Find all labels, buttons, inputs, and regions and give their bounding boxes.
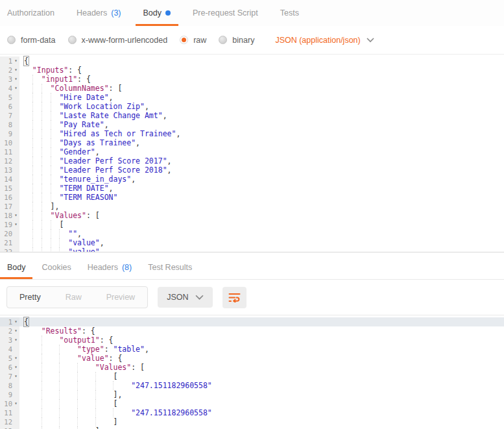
tab-tests[interactable]: Tests xyxy=(280,0,299,26)
indent-guide xyxy=(42,247,42,252)
fold-arrow-icon[interactable]: ▾ xyxy=(12,336,19,345)
code-line[interactable]: 4▾ "ColumnNames": [ xyxy=(0,84,504,93)
tab-body[interactable]: Body xyxy=(7,255,26,279)
tab-cookies[interactable]: Cookies xyxy=(42,255,71,279)
token-pun: ], xyxy=(113,390,122,399)
token-key: "output1" xyxy=(59,336,99,345)
code-line[interactable]: 16 "TERM REASON" xyxy=(0,193,504,202)
code-line[interactable]: 6▾ "Values": [ xyxy=(0,363,504,372)
fold-arrow-icon[interactable]: ▾ xyxy=(12,84,19,93)
code-line[interactable]: 11 "247.151182960558" xyxy=(0,408,504,417)
editor-gutter: 19▾ xyxy=(0,220,19,229)
line-number: 5 xyxy=(0,93,12,102)
token-pun: : { xyxy=(109,354,123,363)
code-line[interactable]: 15 "TERM DATE", xyxy=(0,184,504,193)
token-key: "Inputs" xyxy=(32,66,68,75)
indent-guide xyxy=(32,220,33,229)
fold-arrow-icon[interactable]: ▾ xyxy=(12,354,19,363)
body-type-raw[interactable]: raw xyxy=(180,36,206,45)
fold-spacer xyxy=(12,138,19,147)
request-body-editor[interactable]: 1▾{2▾ "Inputs": {3▾ "input1": {4▾ "Colum… xyxy=(0,55,504,252)
code-line[interactable]: 12 "Leader Perf Score 2017", xyxy=(0,156,504,165)
code-line[interactable]: 5▾ "value": { xyxy=(0,354,504,363)
fold-arrow-icon[interactable]: ▾ xyxy=(12,399,19,408)
code-line[interactable]: 20 "", xyxy=(0,229,504,238)
code-line[interactable]: 9 ], xyxy=(0,390,504,399)
fold-spacer xyxy=(12,202,19,211)
code-line[interactable]: 17 ], xyxy=(0,202,504,211)
indent-guide xyxy=(42,147,42,156)
view-mode-preview[interactable]: Preview xyxy=(94,287,147,308)
indent-guide xyxy=(95,399,96,408)
code-line[interactable]: 7 "Laste Rate Change Amt", xyxy=(0,111,504,120)
code-line[interactable]: 8 "247.151182960558" xyxy=(0,381,504,390)
code-line[interactable]: 2▾ "Results": { xyxy=(0,326,504,336)
tab-headers[interactable]: Headers(3) xyxy=(77,0,121,26)
tab-authorization[interactable]: Authorization xyxy=(7,0,54,26)
tab-label: Authorization xyxy=(7,8,54,18)
fold-arrow-icon[interactable]: ▾ xyxy=(12,317,19,326)
body-type-x-www-form-urlencoded[interactable]: x-www-form-urlencoded xyxy=(68,36,168,45)
code-line[interactable]: 1▾{ xyxy=(0,317,504,326)
indent-guide xyxy=(32,156,33,165)
fold-arrow-icon[interactable]: ▾ xyxy=(12,66,19,75)
fold-arrow-icon[interactable]: ▾ xyxy=(12,372,19,381)
token-pun: , xyxy=(145,102,149,111)
wrap-text-button[interactable] xyxy=(222,287,246,308)
line-number: 13 xyxy=(0,426,12,429)
code-line[interactable]: 13 ], xyxy=(0,426,504,429)
body-type-form-data[interactable]: form-data xyxy=(7,36,56,45)
view-mode-pretty[interactable]: Pretty xyxy=(7,287,53,308)
code-line[interactable]: 14 "tenure_in_days", xyxy=(0,175,504,184)
fold-arrow-icon[interactable]: ▾ xyxy=(12,211,19,220)
response-body-editor[interactable]: 1▾{2▾ "Results": {3▾ "output1": {4 "type… xyxy=(0,315,504,429)
code-line[interactable]: 8 "Pay Rate", xyxy=(0,120,504,129)
code-line[interactable]: 13 "Leader Perf Score 2018", xyxy=(0,165,504,175)
body-type-binary[interactable]: binary xyxy=(219,36,254,45)
code-line[interactable]: 4 "type": "table", xyxy=(0,345,504,354)
fold-arrow-icon[interactable]: ▾ xyxy=(12,363,19,372)
code-line[interactable]: 6 "Work Location Zip", xyxy=(0,102,504,111)
code-line[interactable]: 9 "Hired as Tech or Trainee", xyxy=(0,129,504,138)
code-line[interactable]: 12 ] xyxy=(0,417,504,426)
token-str: "247.151182960558" xyxy=(131,381,212,390)
indent-guide xyxy=(51,93,51,102)
content-type-select[interactable]: JSON (application/json) xyxy=(275,36,374,45)
indent-guide xyxy=(77,417,78,426)
fold-spacer xyxy=(12,408,19,417)
view-mode-raw[interactable]: Raw xyxy=(53,287,94,308)
tab-pre-request-script[interactable]: Pre-request Script xyxy=(193,0,258,26)
fold-arrow-icon[interactable]: ▾ xyxy=(12,220,19,229)
code-line[interactable]: 2▾ "Inputs": { xyxy=(0,66,504,75)
radio-button-icon xyxy=(68,36,77,44)
code-text: "Days as Trainee", xyxy=(19,138,504,147)
code-line[interactable]: 7▾ [ xyxy=(0,372,504,381)
code-line[interactable]: 19▾ [ xyxy=(0,220,504,229)
indent-guide xyxy=(32,147,33,156)
indent-guide xyxy=(32,75,33,84)
code-line[interactable]: 5 "Hire Date", xyxy=(0,93,504,102)
content-type-label: JSON (application/json) xyxy=(275,36,360,45)
code-line[interactable]: 18▾ "Values": [ xyxy=(0,211,504,220)
tab-test-results[interactable]: Test Results xyxy=(148,255,192,279)
indent-guide xyxy=(32,102,33,111)
indent-guide xyxy=(42,175,42,184)
fold-arrow-icon[interactable]: ▾ xyxy=(12,75,19,84)
code-line[interactable]: 10 "Days as Trainee", xyxy=(0,138,504,147)
code-text: { xyxy=(19,317,504,326)
code-line[interactable]: 10▾ [ xyxy=(0,399,504,408)
tab-body[interactable]: Body xyxy=(143,0,171,26)
code-text: "value": { xyxy=(19,354,504,363)
response-language-select[interactable]: JSON xyxy=(158,287,213,308)
editor-gutter: 2▾ xyxy=(0,326,19,336)
code-line[interactable]: 3▾ "output1": { xyxy=(0,336,504,345)
token-str: "Gender" xyxy=(59,147,95,156)
code-line[interactable]: 1▾{ xyxy=(0,56,504,66)
code-line[interactable]: 11 "Gender", xyxy=(0,147,504,156)
fold-arrow-icon[interactable]: ▾ xyxy=(12,56,19,66)
code-line[interactable]: 21 "value", xyxy=(0,238,504,247)
code-line[interactable]: 3▾ "input1": { xyxy=(0,75,504,84)
fold-arrow-icon[interactable]: ▾ xyxy=(12,326,19,336)
tab-headers[interactable]: Headers(8) xyxy=(88,255,132,279)
code-line[interactable]: 22 "value", xyxy=(0,247,504,252)
